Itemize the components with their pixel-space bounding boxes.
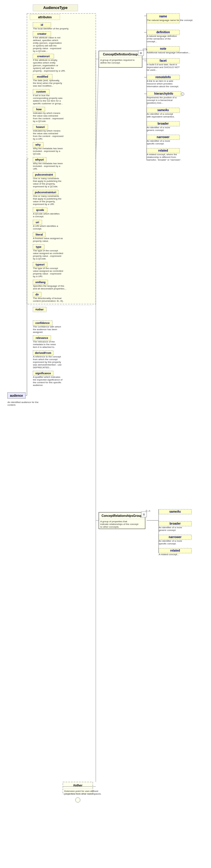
attr-relevance-desc2: metadata to the news	[33, 343, 56, 346]
audience-desc2: content.	[7, 404, 16, 406]
right-broader-desc2b: generic concept.	[159, 529, 176, 531]
right-facet-desc3: be used...	[147, 69, 157, 71]
right-hierarchyinfo-desc3: (position) tree...	[147, 101, 164, 104]
attr-pubconstraint-desc3: value of the property,	[33, 183, 56, 185]
attr-modified-desc2: the time) when the property	[33, 82, 62, 85]
audience-label: audience	[10, 394, 23, 397]
right-sameas-desc1: An identifier of a concept	[147, 113, 173, 115]
right-note-label: note	[160, 47, 166, 50]
right-broader-desc2a: An identifier of a more	[159, 526, 182, 529]
attr-typeuri-name: typeuri	[36, 263, 45, 266]
right-related-desc2: relationship is different from	[147, 156, 176, 158]
attr-xmllang-desc1: Specifies the language of this	[33, 285, 64, 287]
bottom-end-circle	[75, 798, 80, 802]
right-related-desc2a: A related concept...	[159, 553, 179, 556]
right-broader-desc2: generic concept.	[147, 129, 164, 131]
attr-pubconstraint-desc1: One or many constraints	[33, 177, 59, 180]
attr-how-desc1: Indicates by which means	[33, 112, 61, 115]
attr-confidence-desc3: assigned.	[33, 331, 43, 334]
attr-significance-desc2: the expected significance of	[33, 378, 63, 381]
attr-modified-name: modified	[37, 75, 48, 78]
attr-typeuri-desc3: property value - expressed	[33, 272, 61, 275]
attr-pubconstraint-desc4: expressed by a QCode.	[33, 185, 58, 188]
right-facet-desc2: deprecated and SHOULD NOT	[147, 66, 180, 69]
attr-creator-name: creator	[37, 32, 47, 35]
right-narrower-label2: narrower	[169, 535, 182, 539]
attr-why-desc1: Why the metadata has been	[33, 147, 63, 150]
attr-derivedfrom-name: derivedFrom	[35, 351, 51, 354]
attr-pubconstraint-desc2: that apply to publishing the	[33, 180, 62, 183]
right-broader-desc1: An identifier of a more	[147, 126, 170, 129]
attr-typeuri-desc2: value assigned as controlled	[33, 270, 63, 272]
attr-dir-name: dir	[35, 293, 39, 296]
concept-def-group-title: ConceptDefinitionGroup	[103, 53, 138, 56]
attr-pubconstrainturi-desc1: One or many constraints	[33, 195, 59, 197]
right-note-desc: Additional natural language information.…	[147, 51, 190, 54]
right-name-label: name	[159, 15, 167, 18]
right-remoteinfo-desc1: A link to an item in a web	[147, 80, 173, 83]
attr-xmllang-name: xmllang	[35, 281, 45, 284]
attributes-title: attributes	[38, 16, 52, 19]
title-text: AudienceType	[43, 6, 67, 10]
attr-relevance-name: relevance	[36, 337, 48, 339]
attr-creatoruri-name: creatoruri	[37, 55, 50, 58]
attr-derivedfrom-desc3: expressed by this property	[33, 361, 61, 364]
attr-confidence-name: confidence	[35, 321, 50, 324]
attr-uri-desc1: A URI which identifies a	[33, 225, 58, 227]
diagram-svg: AudienceType attributes id The local ide…	[3, 3, 211, 868]
attr-custom-desc2: corresponding property was	[33, 97, 63, 99]
attr-typeuri-desc1: The type of the concept	[33, 267, 58, 270]
concept-rel-group-title: ConceptRelationshipsGroup	[101, 514, 142, 518]
attr-confidence-desc2: the audience has been	[33, 328, 57, 331]
attr-creator-desc3: entity (person, organisation	[33, 42, 62, 44]
attr-dir-desc2: content (enumeration: ltr, rtl).	[33, 300, 64, 302]
attr-literal-desc2: property value.	[33, 240, 49, 242]
attr-typeuri-desc4: by a URI.	[33, 275, 43, 278]
attr-xmllang-desc2: and all descendant properties...	[33, 287, 66, 290]
page-container: AudienceType attributes id The local ide…	[0, 0, 211, 868]
attr-how-desc2: the value was extracted	[33, 115, 58, 117]
right-definition-desc2: of the semantics of the	[147, 37, 171, 40]
attr-creatoruri-desc2: specifies which entity	[33, 61, 56, 64]
attr-significance-name: significance	[35, 372, 51, 375]
attr-type-name: type	[36, 245, 42, 248]
attr-pubconstraint-name: pubconstraint	[35, 173, 53, 176]
right-hierarchyinfo-desc2: concept in a hierarchical	[147, 99, 172, 101]
right-narrower-desc1: An identifier of a more	[147, 140, 170, 142]
attr-why-name: why	[35, 143, 41, 146]
attr-whyuri-name: whyuri	[35, 158, 44, 161]
attr-uri-desc2: concept.	[33, 227, 42, 230]
attr-creator-desc2: defined, specifies which	[33, 39, 58, 42]
right-related-label2: related	[170, 549, 180, 552]
attr-creatoruri-desc1: If the attribute is empty,	[33, 59, 58, 61]
attr-custom-desc3: added to the G2 item for a	[33, 99, 61, 102]
attr-derivedfrom-desc4: was derived/inherited - use	[33, 364, 62, 366]
attr-custom-desc4: specific customer or group...	[33, 102, 63, 105]
attr-how-name: how	[36, 108, 42, 111]
attr-how-desc4: by a QCode.	[33, 120, 46, 123]
attr-creator-desc5: property value - expressed	[33, 47, 61, 50]
right-narrower-desc2b: specific concept.	[159, 542, 176, 545]
right-hierarchyinfo-desc1: Represents the position of a	[147, 96, 177, 99]
attr-howuri-desc3: from the content - expressed	[33, 135, 64, 137]
right-related-desc3: 'sameAs', 'broader' or 'narrower'.	[147, 158, 181, 161]
attr-why-desc2: included - expressed by a	[33, 150, 61, 153]
concept-def-group-desc2: define the concept.	[100, 61, 120, 64]
attr-type-desc2: value assigned as controlled	[33, 252, 63, 255]
right-related-desc1: A related concept, where the	[147, 153, 177, 156]
attr-derivedfrom-desc2: from which the concept	[33, 358, 58, 361]
hierarchyinfo-i: i	[182, 93, 183, 96]
bottom-other-desc2: properties from other namespaces.	[64, 793, 101, 795]
attr-id-desc: The local identifier of the property.	[33, 27, 69, 30]
attr-literal-name: literal	[36, 233, 43, 236]
attr-relevance-desc1: The relevance of the	[33, 340, 55, 343]
attr-creatoruri-desc5: property - expressed by a URI.	[33, 69, 66, 72]
attr-confidence-desc1: The confidence with which	[33, 326, 61, 328]
right-facet-label: facet	[160, 59, 167, 62]
audience-desc1: An identified audience for the	[7, 401, 39, 404]
attr-type-desc3: property value - expressed	[33, 255, 61, 257]
right-remoteinfo-label: remoteInfo	[155, 75, 171, 79]
concept-def-group-desc1: A group of properties required to	[100, 59, 135, 61]
attr-significance-desc4: audience.	[33, 384, 43, 386]
attr-creatoruri-desc3: (person, organisation or	[33, 64, 58, 67]
